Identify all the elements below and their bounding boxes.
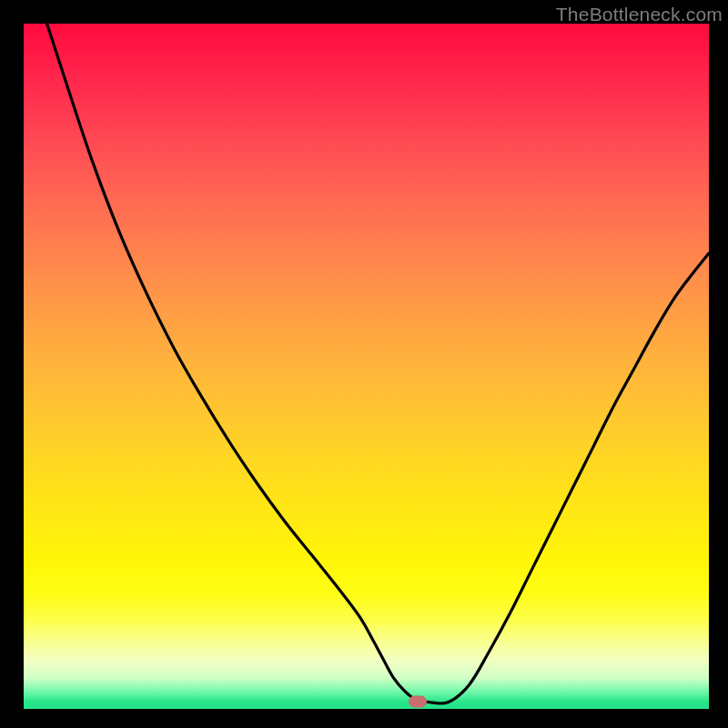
chart-frame: TheBottleneck.com [0, 0, 728, 728]
chart-marker [409, 696, 427, 708]
attribution-label: TheBottleneck.com [556, 4, 723, 25]
chart-plot-area [24, 24, 709, 709]
